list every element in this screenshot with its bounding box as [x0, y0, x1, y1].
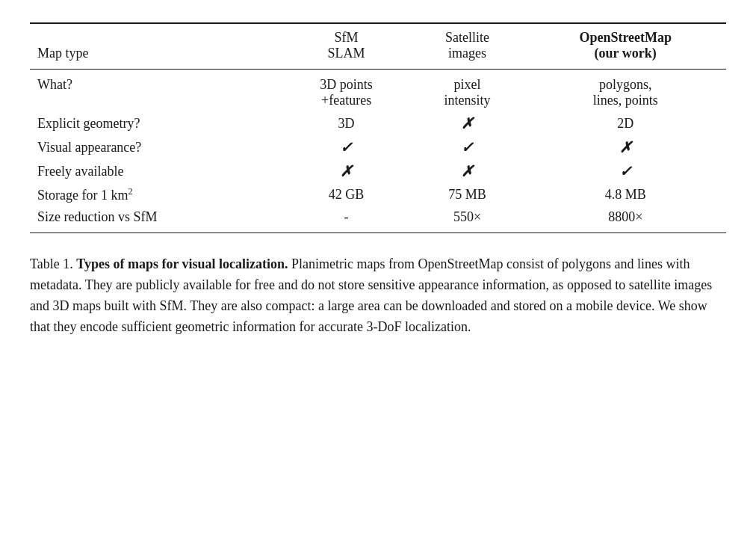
cross-icon: ✗ — [619, 139, 632, 156]
table-row-size-reduction: Size reduction vs SfM - 550× 8800× — [30, 206, 726, 233]
osm-line1: OpenStreetMap — [579, 30, 672, 45]
check-icon: ✓ — [340, 139, 353, 156]
row-sfm-geometry: 3D — [283, 111, 410, 135]
table-row-visual: Visual appearance? ✓ ✓ ✗ — [30, 135, 726, 159]
row-osm-freely: ✓ — [524, 159, 726, 183]
row-satellite-freely: ✗ — [410, 159, 525, 183]
row-satellite-size-reduction: 550× — [410, 206, 525, 233]
table-row-storage: Storage for 1 km2 42 GB 75 MB 4.8 MB — [30, 183, 726, 206]
col-header-satellite: Satellite images — [410, 23, 525, 70]
row-satellite-what: pixelintensity — [410, 70, 525, 112]
row-sfm-storage: 42 GB — [283, 183, 410, 206]
cross-icon: ✗ — [461, 115, 474, 132]
row-satellite-visual: ✓ — [410, 135, 525, 159]
row-label-geometry: Explicit geometry? — [30, 111, 283, 135]
col-header-osm: OpenStreetMap (our work) — [524, 23, 726, 70]
check-icon: ✓ — [619, 163, 632, 179]
sfm-line2: SLAM — [328, 46, 365, 61]
row-sfm-visual: ✓ — [283, 135, 410, 159]
row-label-storage: Storage for 1 km2 — [30, 183, 283, 206]
row-osm-visual: ✗ — [524, 135, 726, 159]
row-sfm-size-reduction: - — [283, 206, 410, 233]
row-osm-storage: 4.8 MB — [524, 183, 726, 206]
table-row-freely: Freely available ✗ ✗ ✓ — [30, 159, 726, 183]
row-label-size-reduction: Size reduction vs SfM — [30, 206, 283, 233]
satellite-line1: Satellite — [445, 30, 489, 45]
osm-line2: (our work) — [595, 46, 657, 61]
table-row-geometry: Explicit geometry? 3D ✗ 2D — [30, 111, 726, 135]
row-osm-geometry: 2D — [524, 111, 726, 135]
cross-icon: ✗ — [340, 163, 353, 179]
row-label-freely: Freely available — [30, 159, 283, 183]
table-row-what: What? 3D points+features pixelintensity … — [30, 70, 726, 112]
row-label-visual: Visual appearance? — [30, 135, 283, 159]
row-satellite-geometry: ✗ — [410, 111, 525, 135]
col-header-sfm: SfM SLAM — [283, 23, 410, 70]
row-osm-what: polygons,lines, points — [524, 70, 726, 112]
satellite-line2: images — [448, 46, 486, 61]
row-sfm-freely: ✗ — [283, 159, 410, 183]
sfm-line1: SfM — [335, 30, 359, 45]
row-osm-size-reduction: 8800× — [524, 206, 726, 233]
caption-number: Table 1. — [30, 256, 73, 271]
col-header-map-type: Map type — [30, 23, 283, 70]
comparison-table-container: Map type SfM SLAM Satellite images OpenS… — [30, 22, 726, 233]
row-label-what: What? — [30, 70, 283, 112]
table-caption: Table 1. Types of maps for visual locali… — [30, 254, 726, 338]
check-icon: ✓ — [461, 139, 474, 156]
map-types-table: Map type SfM SLAM Satellite images OpenS… — [30, 22, 726, 233]
row-satellite-storage: 75 MB — [410, 183, 525, 206]
row-sfm-what: 3D points+features — [283, 70, 410, 112]
caption-bold-text: Types of maps for visual localization. — [76, 256, 288, 271]
cross-icon: ✗ — [461, 163, 474, 179]
